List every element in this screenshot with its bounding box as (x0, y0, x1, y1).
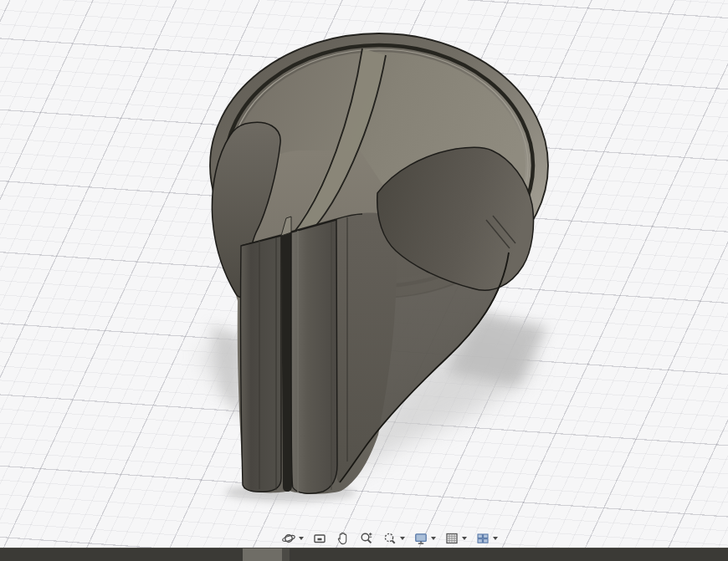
look-at-button[interactable] (310, 530, 330, 547)
view-navigation-bar (50, 530, 728, 547)
orbit-icon (281, 531, 296, 546)
zoom-icon (359, 531, 374, 546)
fit-icon (382, 531, 397, 546)
chevron-down-icon[interactable] (299, 537, 304, 540)
chevron-down-icon[interactable] (400, 537, 405, 540)
timeline-scrubber-tail (282, 548, 290, 561)
left-prong[interactable] (241, 236, 281, 492)
viewports-button[interactable] (473, 530, 500, 547)
display-settings-icon (413, 531, 428, 546)
timeline-bar[interactable] (0, 548, 728, 561)
prong-slot (281, 232, 292, 492)
fit-button[interactable] (380, 530, 408, 547)
pan-button[interactable] (333, 530, 353, 547)
pan-hand-icon (336, 531, 351, 546)
orbit-button[interactable] (279, 530, 306, 547)
grid-and-snaps-button[interactable] (442, 530, 469, 547)
viewports-icon (475, 531, 490, 546)
knob-3d-model[interactable] (0, 0, 728, 561)
chevron-down-icon[interactable] (493, 537, 498, 540)
chevron-down-icon[interactable] (431, 537, 436, 540)
fusion-canvas (0, 0, 728, 561)
zoom-button[interactable] (356, 530, 377, 547)
timeline-scrubber[interactable] (243, 548, 282, 561)
chevron-down-icon[interactable] (462, 537, 467, 540)
look-at-icon (312, 531, 327, 546)
grid-icon (444, 531, 459, 546)
display-settings-button[interactable] (411, 530, 438, 547)
